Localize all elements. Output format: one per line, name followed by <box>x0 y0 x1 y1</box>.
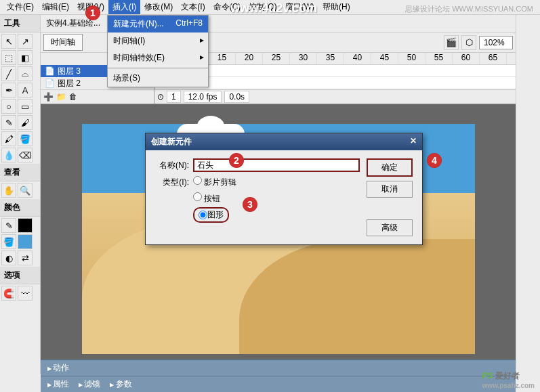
subselect-tool-icon[interactable]: ↗ <box>18 34 33 49</box>
onion-icon[interactable]: ⊙ <box>157 92 164 102</box>
close-icon[interactable]: ✕ <box>410 136 417 148</box>
bw-icon[interactable]: ◐ <box>1 251 16 265</box>
oval-tool-icon[interactable]: ○ <box>1 99 16 114</box>
callout-1: 1 <box>85 5 100 20</box>
lasso-tool-icon[interactable]: ⌓ <box>18 66 33 81</box>
callout-2: 2 <box>229 153 244 168</box>
radio-button[interactable] <box>193 192 202 201</box>
menu-item[interactable]: 时间轴特效(E) <box>108 49 208 66</box>
menu-3[interactable]: 插入(I) <box>108 0 140 14</box>
symbol-icon[interactable]: ⬡ <box>461 35 476 50</box>
pencil-tool-icon[interactable]: ✎ <box>1 115 16 130</box>
insert-menu-dropdown: 新建元件(N)...Ctrl+F8时间轴(I)时间轴特效(E)场景(S) <box>107 15 209 87</box>
actions-panel-header[interactable]: 动作 <box>41 360 516 376</box>
tools-title: 工具 <box>0 15 40 32</box>
smooth-icon[interactable]: 〰 <box>18 286 33 301</box>
time-display: 0.0s <box>224 91 249 103</box>
type-label: 类型(I): <box>155 177 189 188</box>
stroke-swatch[interactable] <box>18 218 33 233</box>
snap-icon[interactable]: 🧲 <box>1 286 16 301</box>
radio-movieclip[interactable] <box>193 176 202 185</box>
text-tool-icon[interactable]: A <box>18 83 33 97</box>
psahz-watermark: PS 爱好者 www.psahz.com <box>482 366 535 389</box>
advanced-button[interactable]: 高级 <box>367 219 413 236</box>
symbol-name-input[interactable] <box>193 158 360 172</box>
gradient-tool-icon[interactable]: ◧ <box>18 50 33 65</box>
ok-button[interactable]: 确定 <box>367 158 413 177</box>
color-title: 颜色 <box>0 199 40 217</box>
free-transform-icon[interactable]: ⬚ <box>1 50 16 65</box>
menu-9[interactable]: 帮助(H) <box>318 0 354 14</box>
arrow-tool-icon[interactable]: ↖ <box>1 34 16 49</box>
menu-4[interactable]: 修改(M) <box>140 0 177 14</box>
menu-1[interactable]: 编辑(E) <box>38 0 73 14</box>
add-folder-icon[interactable]: 📁 <box>56 92 66 102</box>
current-frame: 1 <box>167 91 181 103</box>
right-sidebar <box>516 15 540 374</box>
menu-item[interactable]: 时间轴(I) <box>108 32 208 49</box>
bottom-panels: 动作 属性滤镜参数 <box>41 360 516 392</box>
radio-graphic[interactable] <box>199 209 207 221</box>
callout-3: 3 <box>243 197 257 212</box>
line-tool-icon[interactable]: ╱ <box>1 66 16 81</box>
menu-item[interactable]: 新建元件(N)...Ctrl+F8 <box>108 16 208 32</box>
pen-tool-icon[interactable]: ✒ <box>1 83 16 97</box>
fps-display: 12.0 fps <box>184 91 222 103</box>
scene-icon[interactable]: 🎬 <box>444 35 459 50</box>
menu-0[interactable]: 文件(E) <box>3 0 38 14</box>
properties-panel-header[interactable]: 属性滤镜参数 <box>41 376 516 392</box>
watermark-url: www.4u2v.com <box>230 1 317 16</box>
delete-layer-icon[interactable]: 🗑 <box>69 92 77 102</box>
cancel-button[interactable]: 取消 <box>367 181 413 198</box>
menu-5[interactable]: 文本(I) <box>177 0 209 14</box>
fill-swatch[interactable] <box>18 234 33 249</box>
brush-tool-icon[interactable]: 🖌 <box>18 115 33 130</box>
layer-controls: ➕ 📁 🗑 <box>41 89 154 103</box>
zoom-tool-icon[interactable]: 🔍 <box>18 183 33 198</box>
eraser-tool-icon[interactable]: ⌫ <box>18 148 33 162</box>
name-label: 名称(N): <box>155 160 189 171</box>
timeline-toggle-button[interactable]: 时间轴 <box>43 34 83 51</box>
hand-tool-icon[interactable]: ✋ <box>1 183 16 198</box>
menu-item[interactable]: 场景(S) <box>108 70 208 87</box>
dialog-title-text: 创建新元件 <box>151 136 192 148</box>
eyedropper-tool-icon[interactable]: 💧 <box>1 148 16 162</box>
zoom-input[interactable]: 102% <box>479 36 513 49</box>
stroke-color-icon[interactable]: ✎ <box>1 218 16 233</box>
swap-icon[interactable]: ⇄ <box>18 251 33 265</box>
view-title: 查看 <box>0 164 40 181</box>
fill-color-icon[interactable]: 🪣 <box>1 234 16 249</box>
timeline-status: ⊙ 1 12.0 fps 0.0s <box>154 89 516 103</box>
dialog-titlebar[interactable]: 创建新元件 ✕ <box>146 133 422 150</box>
ink-tool-icon[interactable]: 🖍 <box>1 131 16 146</box>
rect-tool-icon[interactable]: ▭ <box>18 99 33 114</box>
create-symbol-dialog: 创建新元件 ✕ 名称(N): 类型(I): 影片剪辑 按钮 图形 确定 取消 高… <box>145 133 423 245</box>
options-title: 选项 <box>0 267 40 284</box>
tools-sidebar: 工具 ↖ ↗ ⬚ ◧ ╱ ⌓ ✒ A ○ ▭ ✎ 🖌 🖍 🪣 💧 ⌫ 查看 ✋ … <box>0 15 41 374</box>
tools-grid: ↖ ↗ ⬚ ◧ ╱ ⌓ ✒ A ○ ▭ ✎ 🖌 🖍 🪣 💧 ⌫ <box>0 32 40 164</box>
add-layer-icon[interactable]: ➕ <box>43 92 54 102</box>
watermark-right: 思缘设计论坛 WWW.MISSYUAN.COM <box>405 4 533 14</box>
bucket-tool-icon[interactable]: 🪣 <box>18 131 33 146</box>
callout-4: 4 <box>427 153 442 168</box>
